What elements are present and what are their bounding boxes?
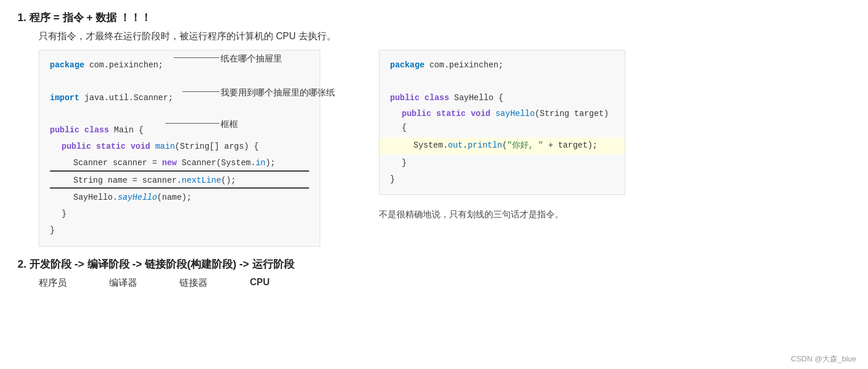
left-code-box: package com.peixinchen; import java.util… <box>39 50 320 247</box>
annotation-package: 纸在哪个抽屉里 <box>221 53 282 64</box>
annotation-import: 我要用到哪个抽屉里的哪张纸 <box>221 87 335 98</box>
pipeline-linker: 链接器 <box>179 277 250 289</box>
section1-subtitle: 只有指令，才最终在运行阶段时，被运行程序的计算机的 CPU 去执行。 <box>39 30 850 43</box>
annotation-class: 框框 <box>221 119 238 130</box>
pipeline-compiler: 编译器 <box>109 277 179 289</box>
right-code-box: package com.peixinchen; public class Say… <box>379 50 625 195</box>
watermark: CSDN @大森_blue <box>791 354 856 364</box>
pipeline-programmer: 程序员 <box>39 277 109 289</box>
pipeline-cpu: CPU <box>250 277 344 289</box>
section2-title: 2. 开发阶段 -> 编译阶段 -> 链接阶段(构建阶段) -> 运行阶段 <box>18 257 850 271</box>
section1-title: 1. 程序 = 指令 + 数据 ！！！ <box>18 11 850 25</box>
right-note: 不是很精确地说，只有划线的三句话才是指令。 <box>379 209 625 220</box>
